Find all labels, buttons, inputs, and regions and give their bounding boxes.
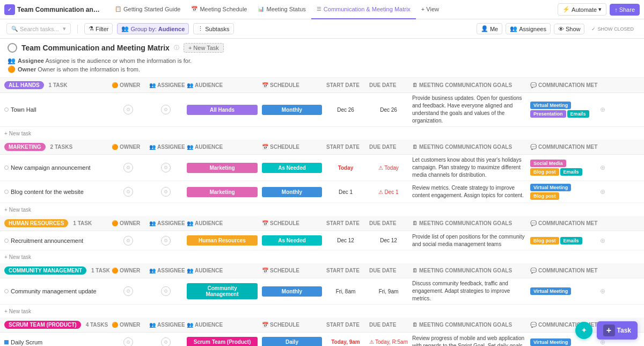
me-button[interactable]: 👤 Me	[477, 23, 502, 34]
task-more-icon[interactable]: ⊕	[600, 237, 605, 244]
new-task-row[interactable]: + New task	[0, 127, 644, 140]
table-row[interactable]: Daily Scrum ⚙ ⚙ Scrum Team (Product) Dai…	[0, 333, 644, 346]
assignee-picker[interactable]: ⚙	[161, 163, 171, 172]
owner-picker[interactable]: ⚙	[123, 163, 133, 172]
task-owner-cell[interactable]: ⚙	[109, 337, 147, 347]
table-row[interactable]: Community management update ⚙ ⚙ Communit…	[0, 278, 644, 305]
filter-button[interactable]: ⚗ Filter	[84, 23, 113, 34]
assignee-settings-icon: ⚙	[164, 107, 168, 112]
table-row[interactable]: Town Hall ⚙ ⚙ All Hands Monthly Dec 26	[0, 93, 644, 127]
task-assignee-cell[interactable]: ⚙	[147, 105, 185, 114]
info-icon[interactable]: ⓘ	[174, 44, 179, 52]
show-closed-button[interactable]: ✓ SHOW CLOSED	[588, 25, 638, 33]
owner-settings-icon: ⚙	[126, 238, 130, 243]
task-actions-cell[interactable]: ⊕	[598, 237, 609, 244]
task-more-icon[interactable]: ⊕	[600, 106, 605, 113]
audience-badge[interactable]: All Hands	[187, 105, 258, 115]
task-owner-cell[interactable]: ⚙	[109, 286, 147, 296]
schedule-badge[interactable]: Daily	[262, 337, 322, 346]
new-task-link[interactable]: + New task	[4, 131, 31, 136]
new-task-row[interactable]: + New task	[0, 305, 644, 318]
audience-badge[interactable]: Scrum Team (Product)	[187, 337, 258, 346]
owner-picker[interactable]: ⚙	[123, 105, 133, 114]
task-schedule-cell[interactable]: As Needed	[260, 235, 324, 246]
task-schedule-cell[interactable]: Monthly	[260, 105, 324, 115]
owner-picker[interactable]: ⚙	[123, 236, 133, 246]
owner-settings-icon: ⚙	[126, 340, 130, 345]
task-audience-cell[interactable]: Scrum Team (Product)	[185, 337, 260, 346]
add-task-button[interactable]: + Task	[597, 321, 638, 340]
share-button[interactable]: ↑ Share	[610, 4, 640, 16]
task-assignee-cell[interactable]: ⚙	[147, 286, 185, 296]
new-task-link[interactable]: + New task	[4, 207, 31, 213]
owner-picker[interactable]: ⚙	[123, 187, 133, 197]
new-task-link[interactable]: + New task	[4, 254, 31, 260]
schedule-badge[interactable]: Monthly	[262, 105, 322, 115]
task-actions-cell[interactable]: ⊕	[598, 287, 609, 295]
task-audience-cell[interactable]: All Hands	[185, 105, 260, 115]
task-schedule-cell[interactable]: Monthly	[260, 286, 324, 297]
task-owner-cell[interactable]: ⚙	[109, 163, 147, 172]
ai-assistant-button[interactable]: ✦	[575, 322, 592, 339]
task-due-date-cell: ⚠ Today	[367, 165, 410, 171]
table-row[interactable]: Blog content for the website ⚙ ⚙ Marketi…	[0, 181, 644, 203]
automate-button[interactable]: ⚡ Automate ▾	[558, 3, 606, 16]
new-task-link[interactable]: + New task	[4, 308, 31, 314]
tab-add-view[interactable]: + View	[416, 0, 444, 19]
table-row[interactable]: Recruitment announcement ⚙ ⚙ Human Resou…	[0, 231, 644, 250]
task-goals-cell: Discuss community feedback, traffic and …	[410, 280, 528, 302]
task-audience-cell[interactable]: Marketing	[185, 187, 260, 197]
tab-getting-started[interactable]: 📋 Getting Started Guide	[109, 0, 186, 19]
task-assignee-cell[interactable]: ⚙	[147, 187, 185, 197]
task-name: Community management update	[11, 288, 97, 294]
task-assignee-cell[interactable]: ⚙	[147, 163, 185, 172]
audience-badge[interactable]: Marketing	[187, 187, 258, 197]
task-assignee-cell[interactable]: ⚙	[147, 337, 185, 347]
new-task-button[interactable]: + New Task	[184, 43, 224, 53]
task-owner-cell[interactable]: ⚙	[109, 236, 147, 246]
audience-badge[interactable]: Human Resources	[187, 235, 258, 246]
task-audience-cell[interactable]: Human Resources	[185, 235, 260, 246]
task-schedule-cell[interactable]: Monthly	[260, 187, 324, 197]
audience-badge[interactable]: Community Management	[187, 283, 258, 299]
task-audience-cell[interactable]: Community Management	[185, 283, 260, 299]
schedule-badge[interactable]: As Needed	[262, 235, 322, 246]
schedule-badge[interactable]: Monthly	[262, 286, 322, 297]
task-actions-cell[interactable]: ⊕	[598, 106, 609, 113]
task-actions-cell[interactable]: ⊕	[598, 188, 609, 196]
new-task-row[interactable]: + New task	[0, 203, 644, 216]
task-more-icon[interactable]: ⊕	[600, 164, 605, 171]
table-row[interactable]: New campaign announcement ⚙ ⚙ Marketing …	[0, 155, 644, 181]
assignee-picker[interactable]: ⚙	[161, 187, 171, 197]
tab-meeting-schedule[interactable]: 📅 Meeting Schedule	[186, 0, 252, 19]
task-owner-cell[interactable]: ⚙	[109, 187, 147, 197]
group-by-button[interactable]: 👥 Group by: Audience	[117, 23, 189, 34]
assignee-picker[interactable]: ⚙	[161, 105, 171, 114]
owner-picker[interactable]: ⚙	[123, 286, 133, 296]
tab-comm-matrix[interactable]: ☰ Communication & Meeting Matrix	[311, 0, 416, 19]
col-owner-header: 🟠 OWNER	[109, 322, 147, 328]
task-assignee-cell[interactable]: ⚙	[147, 236, 185, 246]
task-audience-cell[interactable]: Marketing	[185, 163, 260, 173]
filter-bar: 🔍 Search tasks... ▾ ⚗ Filter 👥 Group by:…	[0, 19, 644, 39]
owner-picker[interactable]: ⚙	[123, 337, 133, 347]
audience-badge[interactable]: Marketing	[187, 163, 258, 173]
tab-meeting-status[interactable]: 📊 Meeting Status	[252, 0, 311, 19]
task-schedule-cell[interactable]: Daily	[260, 337, 324, 346]
page-title: Team Communication and Meeting Matrix	[21, 44, 170, 52]
task-more-icon[interactable]: ⊕	[600, 287, 605, 295]
show-button[interactable]: 👁 Show	[554, 24, 585, 34]
assignee-picker[interactable]: ⚙	[161, 236, 171, 246]
subtasks-button[interactable]: ⋮ Subtasks	[193, 23, 233, 34]
task-actions-cell[interactable]: ⊕	[598, 164, 609, 171]
new-task-row[interactable]: + New task	[0, 250, 644, 263]
task-schedule-cell[interactable]: As Needed	[260, 163, 324, 173]
task-owner-cell[interactable]: ⚙	[109, 105, 147, 114]
task-more-icon[interactable]: ⊕	[600, 188, 605, 196]
assignee-picker[interactable]: ⚙	[161, 337, 171, 347]
assignees-button[interactable]: 👥 Assignees	[506, 23, 551, 34]
assignee-picker[interactable]: ⚙	[161, 286, 171, 296]
schedule-badge[interactable]: As Needed	[262, 163, 322, 173]
schedule-badge[interactable]: Monthly	[262, 187, 322, 197]
search-box[interactable]: 🔍 Search tasks... ▾	[6, 23, 71, 34]
